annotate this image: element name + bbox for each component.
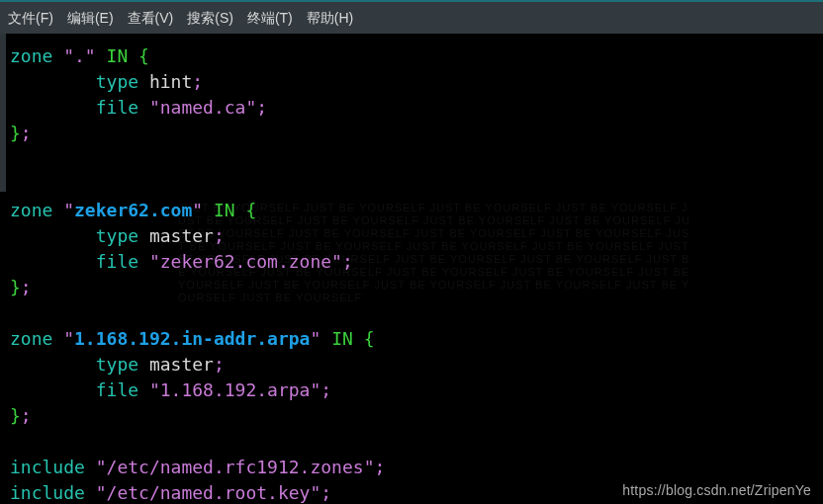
editor-window: 文件(F) 编辑(E) 查看(V) 搜索(S) 终端(T) 帮助(H) JUST…: [0, 0, 823, 504]
semicolon: ;: [320, 379, 331, 400]
indent: [10, 97, 96, 118]
kw-file: file: [96, 379, 149, 400]
kw-type: type: [96, 225, 149, 246]
quote: ": [63, 328, 74, 349]
quote: ": [192, 200, 203, 220]
menu-edit[interactable]: 编辑(E): [67, 10, 114, 28]
kw-type: type: [96, 354, 149, 375]
brace-open: {: [138, 45, 149, 66]
menu-file[interactable]: 文件(F): [8, 10, 53, 28]
semicolon: ;: [342, 251, 353, 272]
menu-terminal[interactable]: 终端(T): [247, 10, 293, 28]
semicolon: ;: [256, 97, 267, 118]
kw-in: IN: [96, 45, 138, 66]
kw-type: type: [96, 71, 149, 92]
kw-zone: zone: [10, 328, 63, 349]
brace-open: {: [364, 328, 375, 349]
zone-reverse: 1.168.192.in-addr.arpa: [74, 328, 310, 349]
scrollbar-gutter[interactable]: [0, 34, 6, 192]
code-content: zone "." IN { type hint; file "named.ca"…: [10, 43, 817, 504]
semicolon: ;: [214, 225, 225, 246]
semicolon: ;: [21, 123, 32, 143]
kw-in: IN: [320, 328, 363, 349]
file-reverse-arpa: "1.168.192.arpa": [149, 379, 320, 400]
menu-bar: 文件(F) 编辑(E) 查看(V) 搜索(S) 终端(T) 帮助(H): [0, 0, 823, 36]
type-hint: hint: [149, 71, 192, 92]
type-master: master: [149, 354, 214, 375]
indent: [10, 251, 96, 272]
semicolon: ;: [21, 277, 32, 297]
watermark-text: https://blog.csdn.net/ZripenYe: [622, 482, 811, 498]
semicolon: ;: [320, 482, 331, 503]
menu-help[interactable]: 帮助(H): [307, 10, 353, 28]
include-root-key: "/etc/named.root.key": [96, 482, 321, 503]
kw-in: IN: [203, 200, 245, 220]
menu-view[interactable]: 查看(V): [128, 10, 174, 28]
semicolon: ;: [21, 405, 32, 426]
brace-close: }: [10, 123, 21, 143]
semicolon: ;: [214, 354, 225, 375]
menu-search[interactable]: 搜索(S): [187, 10, 233, 28]
indent: [10, 379, 96, 400]
indent: [10, 225, 96, 246]
zone-root-name: ".": [63, 45, 96, 66]
quote: ": [63, 200, 74, 220]
semicolon: ;: [192, 71, 203, 92]
include-rfc1912: "/etc/named.rfc1912.zones": [96, 457, 375, 477]
indent: [10, 71, 96, 92]
kw-include: include: [10, 457, 96, 477]
kw-include: include: [10, 482, 96, 503]
editor-area[interactable]: JUST BE YOURSELF JUST BE YOURSELF JUST B…: [0, 34, 823, 504]
brace-open: {: [245, 200, 256, 220]
file-zeker62-zone: "zeker62.com.zone": [149, 251, 342, 272]
kw-zone: zone: [10, 200, 63, 220]
quote: ": [310, 328, 320, 349]
zone-zeker62: zeker62.com: [74, 200, 192, 220]
brace-close: }: [10, 277, 21, 297]
kw-file: file: [96, 251, 149, 272]
kw-file: file: [96, 97, 149, 118]
file-named-ca: "named.ca": [149, 97, 256, 118]
semicolon: ;: [374, 457, 385, 477]
type-master: master: [149, 225, 214, 246]
kw-zone: zone: [10, 45, 63, 66]
brace-close: }: [10, 405, 21, 426]
indent: [10, 354, 96, 375]
